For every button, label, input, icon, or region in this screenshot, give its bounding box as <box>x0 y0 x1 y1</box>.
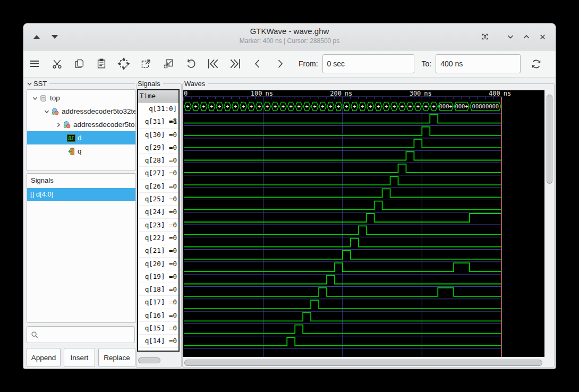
time-header: Time <box>138 90 178 103</box>
svg-text:+: + <box>282 103 285 109</box>
chevron-down-icon[interactable] <box>31 95 39 102</box>
svg-text:100: 100 <box>251 90 262 97</box>
signal-name-row[interactable]: q[29] =0 <box>138 141 178 154</box>
sst-expander-icon[interactable] <box>27 81 32 86</box>
signal-name-row[interactable]: q[23] =0 <box>138 219 178 232</box>
svg-text:+: + <box>194 103 197 109</box>
svg-text:+: + <box>305 103 308 109</box>
next-edge-icon[interactable] <box>269 53 291 74</box>
zoom-in-icon[interactable] <box>135 53 157 74</box>
svg-text:+: + <box>345 103 348 109</box>
svg-text:+: + <box>242 103 245 109</box>
window-title: GTKWave - wave.ghw <box>23 27 556 36</box>
signal-name-row[interactable]: q[14] =0 <box>138 335 178 347</box>
skip-start-icon[interactable] <box>202 53 224 74</box>
toolbar: From: 0 sec To: 400 ns <box>23 50 556 78</box>
paste-icon[interactable] <box>90 53 113 74</box>
svg-text:ns: ns <box>345 90 352 97</box>
signal-search-input[interactable] <box>27 326 135 343</box>
sst-tree: topaddressdecoder5to32tesaddressdecoder5… <box>27 89 136 171</box>
chevron-right-icon[interactable] <box>55 121 62 129</box>
close-icon[interactable] <box>535 30 549 44</box>
marker-cursor-status: Marker: 400 ns | Cursor: 288500 ps <box>23 37 556 45</box>
minimize-icon[interactable] <box>504 30 517 44</box>
fullscreen-icon[interactable] <box>478 30 492 44</box>
svg-text:+: + <box>408 103 412 109</box>
signal-name-row[interactable]: q[20] =0 <box>138 258 178 270</box>
titlebar[interactable]: GTKWave - wave.ghw Marker: 400 ns | Curs… <box>23 23 556 50</box>
zoom-out-icon[interactable] <box>157 53 180 74</box>
signal-name-row[interactable]: q[27] =0 <box>138 167 178 180</box>
svg-text:+: + <box>210 103 213 109</box>
zoom-fit-icon[interactable] <box>113 53 135 74</box>
signal-name-hscrollbar[interactable] <box>137 357 180 363</box>
chevron-down-icon[interactable] <box>43 108 50 115</box>
svg-text:+: + <box>250 103 253 109</box>
svg-text:+: + <box>313 103 316 109</box>
append-button[interactable]: Append <box>27 348 61 367</box>
svg-text:300: 300 <box>410 90 421 97</box>
svg-text:+: + <box>297 103 301 109</box>
to-input[interactable]: 400 ns <box>436 54 521 73</box>
svg-text:+: + <box>289 103 293 109</box>
signal-name-row[interactable]: q[18] =0 <box>138 283 178 296</box>
insert-button[interactable]: Insert <box>64 348 95 367</box>
chevron-down-icon[interactable] <box>59 134 66 142</box>
signal-name-hscrollbar-thumb[interactable] <box>138 357 160 363</box>
port-icon <box>66 147 75 156</box>
svg-text:ns: ns <box>504 90 511 97</box>
signal-name-row[interactable]: q[31] =1 <box>138 115 178 128</box>
reload-icon[interactable] <box>525 53 547 74</box>
from-input[interactable]: 0 sec <box>322 54 414 73</box>
svg-text:200: 200 <box>330 90 342 97</box>
wave-vscrollbar[interactable] <box>546 90 553 357</box>
signal-name-row[interactable]: q[17] =0 <box>138 296 178 309</box>
signal-name-row[interactable]: q[16] =0 <box>138 309 178 322</box>
svg-text:+: + <box>337 103 340 109</box>
svg-text:+: + <box>416 103 420 109</box>
copy-icon[interactable] <box>68 53 90 74</box>
sst-frame-label: SST <box>27 80 49 88</box>
signal-name-row[interactable]: q[21] =0 <box>138 244 178 257</box>
replace-button[interactable]: Replace <box>98 348 135 367</box>
svg-text:400: 400 <box>489 90 500 97</box>
tree-item-d[interactable]: d <box>27 131 135 144</box>
selected-signal-item[interactable]: [] d[4:0] <box>27 188 135 201</box>
tree-item-addressdecoder5to32[interactable]: addressdecoder5to32 <box>27 118 135 131</box>
svg-text:+: + <box>401 103 404 109</box>
tree-item-addressdecoder5to32tes[interactable]: addressdecoder5to32tes <box>27 105 135 118</box>
prev-edge-icon[interactable] <box>246 53 269 74</box>
svg-text:+: + <box>186 103 189 109</box>
signal-name-row[interactable]: q[19] =0 <box>138 270 178 283</box>
signal-name-row[interactable]: q[15] =0 <box>138 322 178 335</box>
wave-hscrollbar[interactable] <box>183 359 544 366</box>
svg-text:+: + <box>424 103 428 109</box>
svg-text:+: + <box>234 103 237 109</box>
svg-text:+: + <box>266 103 269 109</box>
tree-item-q[interactable]: q <box>27 144 135 158</box>
maximize-icon[interactable] <box>520 30 533 44</box>
cylinder-icon <box>39 94 48 103</box>
signal-name-column[interactable]: Time q[31:0] =8q[31] =1q[30] =0q[29] =0q… <box>137 89 180 352</box>
svg-text:+: + <box>321 103 324 109</box>
signal-name-row[interactable]: q[22] =0 <box>138 232 178 244</box>
wave-hscrollbar-thumb[interactable] <box>184 360 542 366</box>
signal-name-row[interactable]: q[13] =0 <box>138 348 178 352</box>
signal-name-row[interactable]: q[31:0] =8 <box>138 103 178 115</box>
wave-canvas[interactable]: 0100ns200ns300ns400ns+++++++++++++++++++… <box>183 90 544 357</box>
signal-name-row[interactable]: q[28] =0 <box>138 154 178 167</box>
signal-name-row[interactable]: q[26] =0 <box>138 180 178 193</box>
signal-name-row[interactable]: q[25] =0 <box>138 193 178 206</box>
skip-end-icon[interactable] <box>224 53 246 74</box>
svg-text:+: + <box>329 103 332 109</box>
svg-text:000+: 000+ <box>455 103 468 109</box>
cut-icon[interactable] <box>46 53 68 74</box>
signal-name-row[interactable]: q[30] =0 <box>138 129 178 141</box>
chevron-down-icon[interactable] <box>59 148 66 155</box>
signal-name-row[interactable]: q[24] =0 <box>138 206 178 218</box>
tree-item-top[interactable]: top <box>27 91 135 105</box>
wave-vscrollbar-thumb[interactable] <box>547 95 552 184</box>
menu-icon[interactable] <box>23 53 46 74</box>
undo-icon[interactable] <box>180 53 202 74</box>
search-icon <box>31 331 39 339</box>
